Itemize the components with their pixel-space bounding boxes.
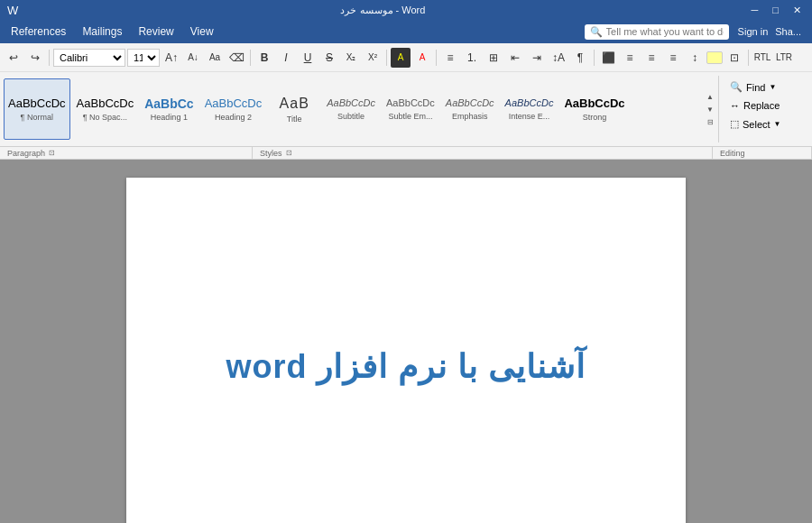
replace-icon: ↔	[730, 100, 740, 111]
style-intense[interactable]: AaBbCcDc Intense E...	[501, 78, 558, 140]
share-button[interactable]: Sha...	[775, 26, 801, 37]
replace-label: Replace	[743, 100, 780, 111]
find-button[interactable]: 🔍 Find ▼	[726, 79, 801, 95]
menu-references[interactable]: References	[4, 23, 73, 41]
separator-2	[250, 50, 251, 66]
scroll-up-button[interactable]: ▲	[704, 91, 716, 102]
multilevel-button[interactable]: ⊞	[484, 48, 503, 68]
strikethrough-button[interactable]: S	[319, 48, 339, 68]
underline-button[interactable]: U	[298, 48, 318, 68]
separator-5	[594, 50, 595, 66]
style-heading1-preview: AaBbCc	[144, 96, 193, 112]
subscript-button[interactable]: X₂	[341, 48, 361, 68]
sign-in-button[interactable]: Sign in	[738, 26, 769, 37]
style-heading1[interactable]: AaBbCc Heading 1	[140, 78, 198, 140]
search-input[interactable]	[606, 26, 724, 37]
title-bar: W موسسه خرد - Word ─ □ ✕	[0, 0, 812, 20]
style-strong-preview: AaBbCcDc	[564, 96, 624, 111]
clear-format-button[interactable]: ⌫	[226, 48, 246, 68]
style-subtitle[interactable]: AaBbCcDc Subtitle	[322, 78, 380, 140]
style-heading1-label: Heading 1	[151, 113, 188, 122]
style-intense-label: Intense E...	[509, 112, 550, 121]
style-emphasis-preview: AaBbCcDc	[446, 97, 494, 109]
ltr-button[interactable]: LTR	[774, 48, 794, 68]
line-spacing-button[interactable]: ↕	[685, 48, 705, 68]
sort-button[interactable]: ↕A	[549, 48, 568, 68]
styles-gallery-row: AaBbCcDc ¶ Normal AaBbCcDc ¶ No Spac... …	[0, 72, 812, 146]
style-subtle-em[interactable]: AaBbCcDc Subtle Em...	[382, 78, 439, 140]
shading-button[interactable]	[706, 51, 723, 64]
menu-view[interactable]: View	[183, 23, 221, 41]
decrease-indent-button[interactable]: ⇤	[505, 48, 525, 68]
title-bar-left: W	[7, 4, 18, 17]
menu-mailings[interactable]: Mailings	[75, 23, 129, 41]
style-emphasis[interactable]: AaBbCcDc Emphasis	[441, 78, 499, 140]
font-color-button[interactable]: A	[412, 48, 432, 68]
title-bar-title: موسسه خرد - Word	[18, 5, 747, 16]
font-size-select[interactable]: 11	[127, 49, 160, 67]
ribbon: ↩ ↪ Calibri 11 A↑ A↓ Aa ⌫ B I U S X₂ X² …	[0, 43, 812, 160]
italic-button[interactable]: I	[276, 48, 296, 68]
document-area: آشنایی با نرم افزار word	[0, 160, 812, 523]
toolbar: ↩ ↪ Calibri 11 A↑ A↓ Aa ⌫ B I U S X₂ X² …	[0, 43, 812, 72]
style-normal[interactable]: AaBbCcDc ¶ Normal	[4, 78, 70, 140]
font-name-select[interactable]: Calibri	[53, 49, 125, 67]
superscript-button[interactable]: X²	[363, 48, 383, 68]
find-icon: 🔍	[730, 81, 743, 93]
increase-font-button[interactable]: A↑	[161, 48, 181, 68]
styles-gallery: AaBbCcDc ¶ Normal AaBbCcDc ¶ No Spac... …	[4, 76, 702, 142]
align-right-button[interactable]: ≡	[641, 48, 661, 68]
style-heading2[interactable]: AaBbCcDc Heading 2	[200, 78, 267, 140]
style-no-space-preview: AaBbCcDc	[77, 96, 134, 111]
styles-section-expand[interactable]: ⊡	[286, 149, 292, 157]
scroll-more-button[interactable]: ⊟	[704, 116, 716, 127]
paragraph-section-label: Paragraph ⊡	[0, 147, 253, 159]
style-subtitle-label: Subtitle	[337, 112, 364, 121]
maximize-button[interactable]: □	[769, 5, 782, 16]
document-text[interactable]: آشنایی با نرم افزار word	[226, 348, 586, 386]
style-no-space[interactable]: AaBbCcDc ¶ No Spac...	[72, 78, 139, 140]
editing-panel: 🔍 Find ▼ ↔ Replace ⬚ Select ▼	[718, 76, 808, 142]
style-subtle-em-preview: AaBbCcDc	[386, 97, 435, 109]
decrease-font-button[interactable]: A↓	[183, 48, 203, 68]
style-title[interactable]: AaB Title	[268, 78, 320, 140]
minimize-button[interactable]: ─	[748, 5, 762, 16]
undo-button[interactable]: ↩	[4, 48, 23, 68]
editing-label: Editing	[720, 149, 745, 158]
numbering-button[interactable]: 1.	[462, 48, 482, 68]
redo-button[interactable]: ↪	[25, 48, 45, 68]
paragraph-section-expand[interactable]: ⊡	[49, 149, 55, 157]
document-page[interactable]: آشنایی با نرم افزار word	[126, 178, 686, 523]
increase-indent-button[interactable]: ⇥	[527, 48, 547, 68]
search-box[interactable]: 🔍	[585, 24, 729, 40]
separator-3	[386, 50, 387, 66]
ribbon-sections: Paragraph ⊡ Styles ⊡ Editing	[0, 146, 812, 159]
gallery-scroll: ▲ ▼ ⊟	[702, 76, 718, 142]
bullets-button[interactable]: ≡	[440, 48, 460, 68]
select-dropdown-icon: ▼	[774, 120, 781, 128]
scroll-down-button[interactable]: ▼	[704, 104, 716, 115]
justify-button[interactable]: ≡	[663, 48, 683, 68]
style-intense-preview: AaBbCcDc	[505, 97, 554, 109]
style-strong[interactable]: AaBbCcDc Strong	[559, 78, 629, 140]
bold-button[interactable]: B	[254, 48, 274, 68]
separator-1	[49, 50, 50, 66]
show-formatting-button[interactable]: ¶	[570, 48, 590, 68]
replace-button[interactable]: ↔ Replace	[726, 98, 801, 113]
rtl-button[interactable]: RTL	[752, 48, 772, 68]
find-dropdown-icon: ▼	[769, 83, 776, 91]
center-button[interactable]: ≡	[620, 48, 640, 68]
document-title: موسسه خرد - Word	[340, 5, 425, 15]
borders-button[interactable]: ⊡	[724, 48, 744, 68]
find-label: Find	[746, 82, 765, 93]
select-button[interactable]: ⬚ Select ▼	[726, 116, 801, 132]
change-case-button[interactable]: Aa	[205, 48, 225, 68]
highlight-button[interactable]: A	[391, 48, 411, 68]
styles-section-label: Styles ⊡	[253, 147, 713, 159]
close-button[interactable]: ✕	[789, 5, 805, 16]
align-left-button[interactable]: ⬛	[598, 48, 618, 68]
title-bar-controls: ─ □ ✕	[748, 5, 805, 16]
menu-review[interactable]: Review	[131, 23, 180, 41]
select-icon: ⬚	[730, 118, 739, 130]
style-title-label: Title	[287, 115, 302, 124]
